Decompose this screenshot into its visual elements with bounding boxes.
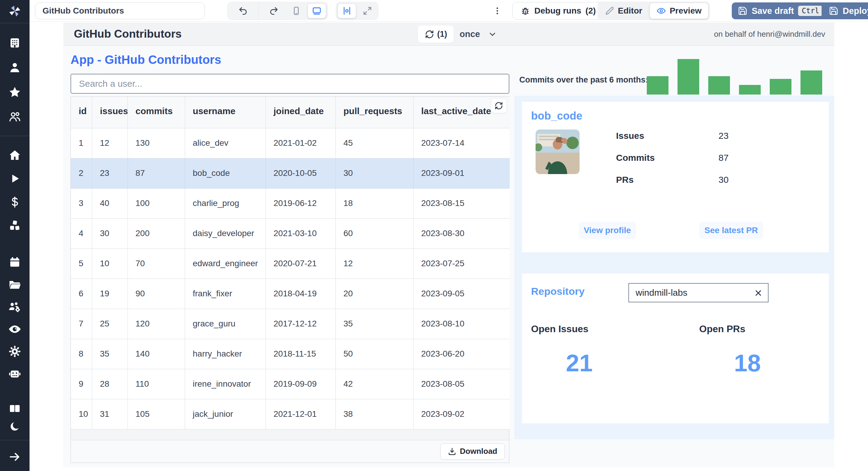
table-cell[interactable]: 50 [336,339,413,369]
group-icon[interactable] [8,110,22,124]
table-cell[interactable]: 2018-11-15 [266,339,336,369]
kebab-menu-icon[interactable] [491,4,503,18]
app-title-input[interactable] [35,2,205,19]
schedule-dropdown[interactable]: once [460,23,497,46]
table-cell[interactable]: 105 [127,399,185,429]
table-cell[interactable]: 2023-08-15 [413,188,510,218]
table-cell[interactable]: 2020-10-05 [266,158,336,188]
table-refresh-button[interactable] [491,98,507,113]
table-cell[interactable]: 35 [92,339,127,369]
table-cell[interactable]: 12 [92,128,127,158]
table-cell[interactable]: 2023-08-30 [413,218,510,248]
table-cell[interactable]: 2023-07-25 [413,248,510,278]
table-row[interactable]: 51070edward_engineer2020-07-21122023-07-… [71,248,510,278]
user-icon[interactable] [8,61,22,74]
debug-runs-button[interactable]: Debug runs (2) [513,2,604,20]
table-cell[interactable]: 110 [127,369,185,399]
table-cell[interactable]: 38 [336,399,413,429]
table-cell[interactable]: 10 [71,399,92,429]
table-cell[interactable]: 2020-07-21 [266,248,336,278]
eye-icon[interactable] [8,322,22,336]
table-row[interactable]: 340100charlie_prog2019-06-12182023-08-15 [71,188,510,218]
table-cell[interactable]: 12 [336,248,413,278]
gear-icon[interactable] [8,344,22,358]
table-cell[interactable]: edward_engineer [185,248,266,278]
table-cell[interactable]: 10 [92,248,127,278]
table-cell[interactable]: 45 [336,128,413,158]
table-cell[interactable]: jack_junior [185,399,266,429]
table-row[interactable]: 835140harry_hacker2018-11-15502023-06-20 [71,339,510,369]
table-cell[interactable]: 2018-04-19 [266,278,336,309]
redo-button[interactable] [258,2,289,20]
table-row[interactable]: 725120grace_guru2017-12-12352023-08-10 [71,309,510,339]
table-cell[interactable]: 20 [336,278,413,309]
table-cell[interactable]: 9 [71,369,92,399]
app-refresh-button[interactable]: (1) [418,26,454,43]
table-cell[interactable]: 2021-03-10 [266,218,336,248]
table-row[interactable]: 1031105jack_junior2021-12-01382023-09-02 [71,399,510,429]
table-cell[interactable]: 8 [71,339,92,369]
table-cell[interactable]: 2023-08-05 [413,369,510,399]
view-profile-button[interactable]: View profile [579,222,636,239]
center-align-toggle[interactable] [338,3,356,19]
table-cell[interactable]: 87 [127,158,185,188]
table-cell[interactable]: 100 [127,188,185,218]
moon-icon[interactable] [8,419,22,433]
table-cell[interactable]: 2023-09-01 [413,158,510,188]
folder-icon[interactable] [8,278,22,292]
table-cell[interactable]: 120 [127,309,185,339]
table-cell[interactable]: 42 [336,369,413,399]
table-cell[interactable]: 90 [127,278,185,309]
table-cell[interactable]: grace_guru [185,309,266,339]
table-row[interactable]: 61990frank_fixer2018-04-19202023-09-05 [71,278,510,309]
cubes-icon[interactable] [8,218,22,233]
table-cell[interactable]: 28 [92,369,127,399]
table-cell[interactable]: 2019-06-12 [266,188,336,218]
table-cell[interactable]: 23 [92,158,127,188]
books-icon[interactable] [8,401,22,415]
robot-icon[interactable] [8,367,22,381]
table-cell[interactable]: harry_hacker [185,339,266,369]
table-cell[interactable]: 25 [92,309,127,339]
table-cell[interactable]: 2019-09-09 [266,369,336,399]
tab-editor[interactable]: Editor [598,3,649,19]
table-cell[interactable]: 2 [71,158,92,188]
table-cell[interactable]: charlie_prog [185,188,266,218]
table-cell[interactable]: 2023-07-14 [413,128,510,158]
table-cell[interactable]: 2023-09-05 [413,278,510,309]
expand-toggle[interactable] [358,3,377,19]
see-latest-pr-button[interactable]: See latest PR [699,222,763,239]
windmill-logo[interactable] [8,4,22,18]
table-cell[interactable]: 2023-09-02 [413,399,510,429]
play-icon[interactable] [8,172,22,186]
table-cell[interactable]: frank_fixer [185,278,266,309]
desktop-view-toggle[interactable] [307,3,326,19]
table-cell[interactable]: 2023-06-20 [413,339,510,369]
table-cell[interactable]: 2017-12-12 [266,309,336,339]
home-icon[interactable] [8,148,22,162]
table-cell[interactable]: 31 [92,399,127,429]
table-cell[interactable]: 30 [336,158,413,188]
undo-button[interactable] [227,2,258,20]
table-cell[interactable]: 6 [71,278,92,309]
table-cell[interactable]: 30 [92,218,127,248]
table-cell[interactable]: 2021-01-02 [266,128,336,158]
download-button[interactable]: Download [440,443,505,460]
table-cell[interactable]: bob_code [185,158,266,188]
arrow-right-icon[interactable] [8,450,22,464]
table-cell[interactable]: alice_dev [185,128,266,158]
workers-icon[interactable] [8,300,22,314]
table-cell[interactable]: 3 [71,188,92,218]
table-cell[interactable]: daisy_developer [185,218,266,248]
table-cell[interactable]: 4 [71,218,92,248]
building-icon[interactable] [8,36,22,50]
table-cell[interactable]: 7 [71,309,92,339]
table-cell[interactable]: irene_innovator [185,369,266,399]
table-cell[interactable]: 70 [127,248,185,278]
table-cell[interactable]: 5 [71,248,92,278]
star-icon[interactable] [8,85,22,99]
table-cell[interactable]: 40 [92,188,127,218]
table-cell[interactable]: 35 [336,309,413,339]
table-cell[interactable]: 18 [336,188,413,218]
table-cell[interactable]: 130 [127,128,185,158]
